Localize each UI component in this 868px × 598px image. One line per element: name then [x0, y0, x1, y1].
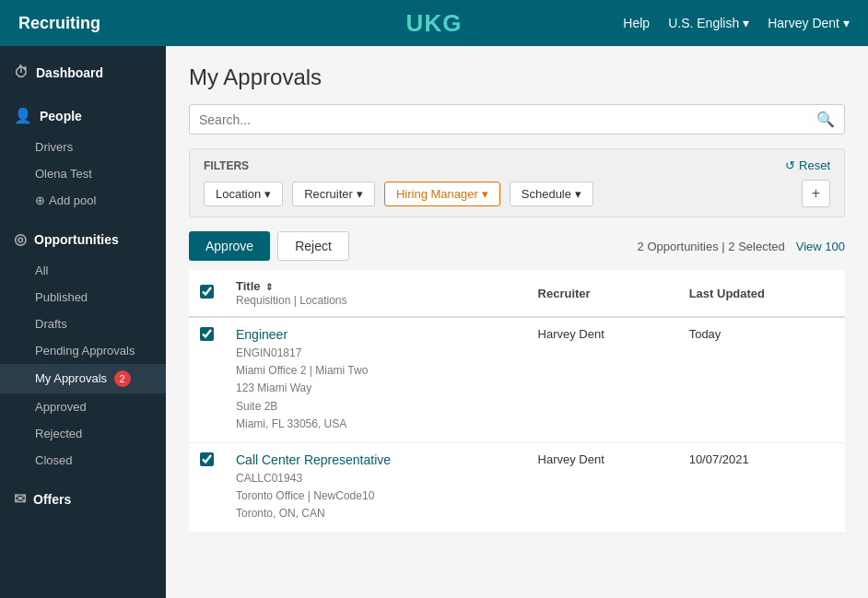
table-row: Engineer ENGIN01817 Miami Office 2 | Mia…: [189, 317, 845, 442]
people-section: 👤 People Drivers Olena Test ⊕ Add pool: [0, 98, 166, 214]
table-actions: Approve Reject 2 Opportunities | 2 Selec…: [189, 231, 845, 261]
chevron-down-icon: ▾: [743, 16, 749, 30]
row2-recruiter-cell: Harvey Dent: [527, 442, 678, 533]
app-title: Recruiting: [18, 14, 100, 33]
offers-section: ✉ Offers: [0, 481, 166, 517]
filter-buttons: Location ▾ Recruiter ▾ Hiring Manager ▾ …: [204, 180, 830, 207]
row1-last-updated-cell: Today: [678, 317, 845, 442]
page-title: My Approvals: [189, 64, 845, 90]
filters-header: FILTERS ↺ Reset: [204, 158, 830, 172]
sidebar-item-all[interactable]: All: [0, 257, 166, 284]
sort-icon: ⇕: [265, 282, 273, 292]
row1-title-cell: Engineer ENGIN01817 Miami Office 2 | Mia…: [225, 317, 527, 442]
add-filter-button[interactable]: +: [802, 180, 830, 207]
sidebar-item-olena-test[interactable]: Olena Test: [0, 160, 166, 187]
app-logo: UKG: [406, 9, 463, 38]
language-dropdown[interactable]: U.S. English ▾: [668, 16, 749, 30]
main-layout: ⏱ Dashboard 👤 People Drivers Olena Test …: [0, 46, 868, 598]
opportunities-section: ◎ Opportunities All Published Drafts Pen…: [0, 221, 166, 474]
clock-icon: ⏱: [14, 64, 29, 81]
sidebar-section-offers[interactable]: ✉ Offers: [0, 481, 166, 517]
select-all-col: [189, 270, 225, 317]
row1-recruiter-cell: Harvey Dent: [527, 317, 678, 442]
sidebar-item-dashboard[interactable]: ⏱ Dashboard: [0, 55, 166, 90]
row1-checkbox[interactable]: [200, 327, 214, 341]
filter-hiring-manager[interactable]: Hiring Manager ▾: [384, 182, 500, 206]
row1-sub-info: ENGIN01817 Miami Office 2 | Miami Two 12…: [236, 345, 516, 433]
sidebar-item-drafts[interactable]: Drafts: [0, 311, 166, 337]
user-dropdown[interactable]: Harvey Dent ▾: [768, 16, 850, 30]
reject-button[interactable]: Reject: [277, 231, 349, 261]
approvals-table: Title ⇕ Requisition | Locations Recruite…: [189, 270, 845, 534]
sidebar-item-closed[interactable]: Closed: [0, 447, 166, 474]
sidebar-section-people[interactable]: 👤 People: [0, 98, 166, 134]
sidebar: ⏱ Dashboard 👤 People Drivers Olena Test …: [0, 46, 166, 598]
opportunities-count: 2 Opportunities | 2 Selected View 100: [638, 240, 845, 253]
filter-schedule[interactable]: Schedule ▾: [510, 182, 593, 206]
dashboard-section: ⏱ Dashboard: [0, 55, 166, 90]
refresh-icon: ↺: [785, 158, 795, 172]
row2-title-link[interactable]: Call Center Representative: [236, 452, 391, 467]
mail-icon: ✉: [14, 490, 26, 508]
search-bar: 🔍: [189, 104, 845, 135]
filter-location[interactable]: Location ▾: [204, 182, 283, 206]
sidebar-item-approved[interactable]: Approved: [0, 393, 166, 420]
row1-title-link[interactable]: Engineer: [236, 327, 287, 342]
chevron-down-icon: ▾: [482, 187, 488, 201]
approve-button[interactable]: Approve: [189, 231, 270, 261]
action-buttons: Approve Reject: [189, 231, 349, 261]
table-header-row: Title ⇕ Requisition | Locations Recruite…: [189, 270, 845, 317]
sidebar-item-published[interactable]: Published: [0, 284, 166, 311]
main-content: My Approvals 🔍 FILTERS ↺ Reset Location …: [166, 46, 868, 598]
select-all-checkbox[interactable]: [200, 285, 214, 299]
filter-recruiter[interactable]: Recruiter ▾: [292, 182, 375, 206]
chevron-down-icon: ▾: [357, 187, 363, 201]
title-column-header: Title ⇕ Requisition | Locations: [225, 270, 527, 317]
circle-icon: ◎: [14, 230, 27, 248]
chevron-down-icon: ▾: [264, 187, 271, 201]
my-approvals-badge: 2: [114, 370, 131, 387]
reset-button[interactable]: ↺ Reset: [785, 158, 830, 172]
chevron-down-icon: ▾: [843, 16, 850, 30]
row2-checkbox-cell: [189, 442, 225, 533]
chevron-down-icon: ▾: [575, 187, 581, 201]
add-pool-button[interactable]: ⊕ Add pool: [0, 187, 166, 214]
nav-right: Help U.S. English ▾ Harvey Dent ▾: [623, 16, 850, 30]
recruiter-column-header: Recruiter: [527, 270, 678, 317]
row2-checkbox[interactable]: [200, 452, 214, 466]
sidebar-item-drivers[interactable]: Drivers: [0, 134, 166, 160]
row2-last-updated-cell: 10/07/2021: [678, 442, 845, 533]
person-icon: 👤: [14, 107, 32, 124]
sidebar-item-my-approvals[interactable]: My Approvals 2: [0, 364, 166, 393]
view-100-link[interactable]: View 100: [796, 240, 845, 253]
top-nav: Recruiting UKG Help U.S. English ▾ Harve…: [0, 0, 868, 46]
row2-sub-info: CALLC01943 Toronto Office | NewCode10 To…: [236, 470, 516, 523]
search-icon: 🔍: [816, 111, 835, 128]
search-input[interactable]: [199, 112, 816, 127]
help-link[interactable]: Help: [623, 16, 650, 30]
sidebar-item-pending-approvals[interactable]: Pending Approvals: [0, 337, 166, 364]
sidebar-item-rejected[interactable]: Rejected: [0, 420, 166, 447]
plus-icon: ⊕: [35, 193, 45, 207]
row2-title-cell: Call Center Representative CALLC01943 To…: [225, 442, 527, 533]
sidebar-section-opportunities[interactable]: ◎ Opportunities: [0, 221, 166, 257]
table-row: Call Center Representative CALLC01943 To…: [189, 442, 845, 533]
row1-checkbox-cell: [189, 317, 225, 442]
filters-bar: FILTERS ↺ Reset Location ▾ Recruiter ▾ H…: [189, 148, 845, 217]
last-updated-column-header: Last Updated: [678, 270, 845, 317]
